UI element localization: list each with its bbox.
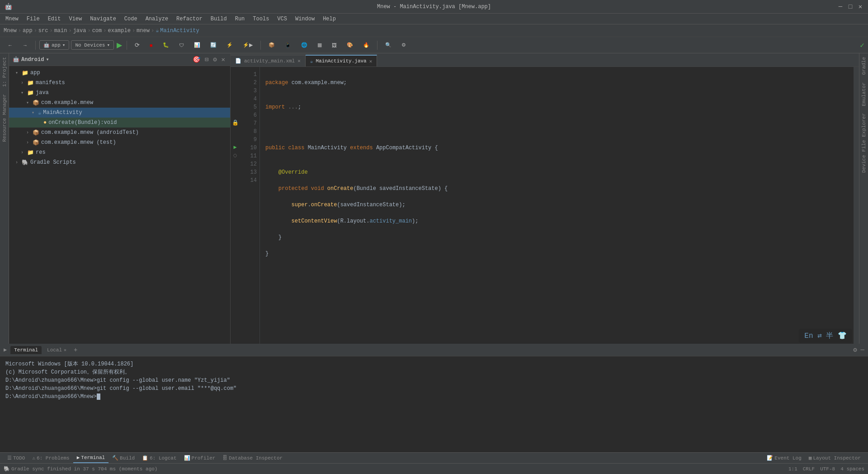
tree-item-oncreate[interactable]: ● onCreate(Bundle):void: [9, 118, 230, 128]
terminal-settings-button[interactable]: ⚙: [853, 346, 857, 354]
menu-analyze[interactable]: Analyze: [142, 15, 172, 23]
menu-build[interactable]: Build: [207, 15, 231, 23]
terminal-content[interactable]: Microsoft Windows [版本 10.0.19044.1826] (…: [0, 356, 868, 452]
breadcrumb-mnew[interactable]: Mnew: [4, 28, 17, 34]
breadcrumb-app[interactable]: app: [23, 28, 33, 34]
menu-refactor[interactable]: Refactor: [173, 15, 206, 23]
emulator-tab[interactable]: Emulator: [860, 79, 868, 110]
terminal-minimize-button[interactable]: ─: [861, 346, 864, 354]
database-tool[interactable]: 🗄 Database Inspector: [219, 453, 286, 463]
nav-forward-button[interactable]: →: [19, 41, 32, 50]
resource-manager-tab[interactable]: Resource Manager: [0, 90, 9, 146]
gradle-status[interactable]: 🐘 Gradle sync finished in 37 s 704 ms (m…: [4, 466, 157, 472]
breadcrumb-main[interactable]: main: [54, 28, 67, 34]
locate-file-button[interactable]: 🎯: [191, 55, 202, 64]
menu-tools[interactable]: Tools: [249, 15, 273, 23]
menu-file[interactable]: File: [23, 15, 43, 23]
problems-tool[interactable]: ⚠ 6: Problems: [28, 453, 73, 463]
menu-code[interactable]: Code: [121, 15, 141, 23]
run-button[interactable]: ▶: [116, 40, 123, 50]
scrollbar[interactable]: [854, 67, 859, 344]
event-log-tool[interactable]: 📝 Event Log: [763, 454, 805, 462]
local-tab-close[interactable]: ✕: [64, 347, 66, 353]
language-indicator[interactable]: En ⇄ 半 👕: [799, 329, 852, 343]
terminal-tab[interactable]: Terminal: [10, 346, 42, 354]
tab-mainactivity-close[interactable]: ✕: [369, 58, 373, 64]
tree-expand-manifests[interactable]: ›: [21, 81, 26, 85]
profiler-tool[interactable]: 📊 Profiler: [180, 453, 219, 463]
module-selector[interactable]: 🤖 app ▾: [39, 40, 69, 50]
cursor-position[interactable]: 1:1: [788, 466, 797, 472]
tree-item-gradle[interactable]: › 🐘 Gradle Scripts: [9, 157, 230, 167]
stop-button[interactable]: ■: [146, 41, 157, 50]
todo-tool[interactable]: ☰ TODO: [4, 453, 28, 463]
coverage-button[interactable]: 🛡: [175, 41, 188, 50]
tree-expand-gradle[interactable]: ›: [15, 160, 21, 165]
tree-item-app[interactable]: ▾ 📁 app: [9, 68, 230, 78]
breadcrumb-src[interactable]: src: [38, 28, 48, 34]
search-button[interactable]: 🔍: [381, 40, 396, 50]
tree-item-res[interactable]: › 📁 res: [9, 147, 230, 157]
layout-button[interactable]: ▦: [313, 40, 326, 50]
avd-manager-button[interactable]: 📱: [281, 40, 295, 50]
firebase-btn[interactable]: 🔥: [359, 40, 373, 50]
breadcrumb-mnew2[interactable]: mnew: [137, 28, 150, 34]
menu-help[interactable]: Help: [319, 15, 340, 23]
breadcrumb-mainactivity[interactable]: ☕MainActivity: [156, 27, 199, 34]
theme-editor-btn[interactable]: 🎨: [343, 40, 357, 50]
menu-edit[interactable]: Edit: [44, 15, 65, 23]
maximize-button[interactable]: □: [847, 4, 854, 10]
device-file-tab[interactable]: Device File Explorer: [860, 109, 868, 176]
tree-item-package-androidtest[interactable]: › 📦 com.example.mnew (androidTest): [9, 128, 230, 137]
tab-activity-main[interactable]: 📄 activity_main.xml ✕: [231, 55, 306, 66]
local-tab[interactable]: Local ✕: [43, 346, 70, 354]
tree-expand-res[interactable]: ›: [21, 150, 26, 155]
tree-expand-test[interactable]: ›: [26, 140, 32, 145]
tree-expand-java[interactable]: ▾: [21, 90, 26, 95]
menu-vcs[interactable]: VCS: [274, 15, 291, 23]
indent[interactable]: 4 spaces: [840, 466, 864, 472]
add-terminal-button[interactable]: +: [72, 346, 79, 354]
device-selector[interactable]: No Devices ▾: [71, 40, 114, 50]
menu-run[interactable]: Run: [231, 15, 249, 23]
gradle-tab[interactable]: Gradle: [860, 53, 868, 79]
menu-mnew[interactable]: Mnew: [2, 15, 22, 23]
apply-changes-button[interactable]: ⚡: [222, 40, 237, 50]
translate-button[interactable]: 🌐: [297, 40, 311, 50]
tree-item-manifests[interactable]: › 📁 manifests: [9, 78, 230, 88]
menu-navigate[interactable]: Navigate: [86, 15, 120, 23]
sdk-manager-button[interactable]: 📦: [264, 40, 279, 50]
tab-activity-main-close[interactable]: ✕: [297, 58, 301, 64]
code-content[interactable]: package com.example.mnew; import ...; pu…: [260, 67, 854, 344]
panel-settings-button[interactable]: ⚙: [212, 55, 218, 64]
breadcrumb-com[interactable]: com: [92, 28, 102, 34]
collapse-all-button[interactable]: ⊟: [203, 55, 210, 64]
menu-view[interactable]: View: [65, 15, 85, 23]
layout-inspector-tool[interactable]: ▦ Layout Inspector: [805, 454, 864, 462]
attach-button[interactable]: 🐛: [159, 40, 173, 50]
close-button[interactable]: ✕: [857, 4, 863, 10]
tab-mainactivity[interactable]: ☕ MainActivity.java ✕: [306, 55, 377, 66]
encoding[interactable]: UTF-8: [820, 466, 835, 472]
tree-item-package-main[interactable]: ▾ 📦 com.example.mnew: [9, 98, 230, 108]
breadcrumb-java[interactable]: java: [73, 28, 86, 34]
resource-manager-btn[interactable]: 🖼: [328, 41, 341, 50]
nav-back-button[interactable]: ←: [4, 41, 17, 50]
menu-window[interactable]: Window: [292, 15, 318, 23]
reload-button[interactable]: 🔄: [206, 40, 221, 50]
tree-expand-mainactivity[interactable]: ▾: [32, 110, 37, 115]
tree-expand-app[interactable]: ▾: [15, 70, 21, 76]
close-panel-button[interactable]: ✕: [220, 55, 226, 64]
tree-item-package-test[interactable]: › 📦 com.example.mnew (test): [9, 137, 230, 147]
build-tool[interactable]: 🔨 Build: [108, 453, 138, 463]
settings-button[interactable]: ⚙: [397, 40, 410, 50]
tree-item-java[interactable]: ▾ 📁 java: [9, 88, 230, 98]
tree-item-mainactivity[interactable]: ▾ ☕ MainActivity: [9, 108, 230, 118]
line-separator[interactable]: CRLF: [803, 466, 815, 472]
tree-expand-androidtest[interactable]: ›: [26, 130, 32, 135]
terminal-tool[interactable]: ▶ Terminal: [73, 453, 108, 463]
breadcrumb-example[interactable]: example: [108, 28, 130, 34]
apply-run-button[interactable]: ⚡▶: [239, 40, 257, 50]
sync-button[interactable]: ⟳: [131, 40, 144, 50]
minimize-button[interactable]: ─: [837, 4, 844, 10]
